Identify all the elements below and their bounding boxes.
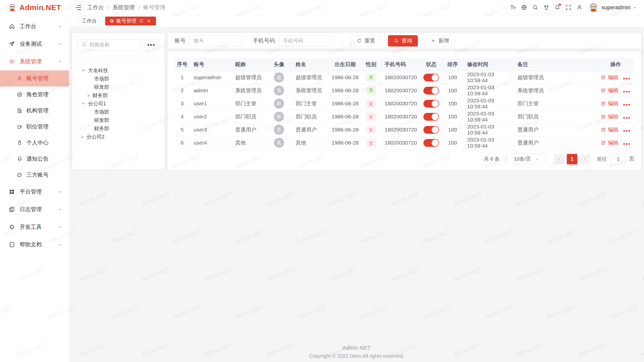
sidebar-item-label: 平台管理 <box>20 188 42 196</box>
row-more-button[interactable]: ●●● <box>623 115 630 120</box>
edit-button[interactable]: 编辑 <box>601 74 618 81</box>
sidebar-item-account-management[interactable]: 账号管理 <box>0 70 69 86</box>
toggle-knob <box>432 126 438 133</box>
tab-close-icon[interactable] <box>147 19 151 23</box>
cell-phone: 18020030720 <box>381 110 420 123</box>
edit-button[interactable]: 编辑 <box>601 126 618 133</box>
sidebar-item-personal-center[interactable]: 个人中心 <box>0 135 69 151</box>
pagination-total: 共 6 条 <box>484 156 500 162</box>
cell-sort: 100 <box>442 84 463 97</box>
edit-button[interactable]: 编辑 <box>601 87 618 94</box>
tree-node[interactable]: 分公司2 <box>72 133 162 141</box>
menu-fold-icon[interactable] <box>75 4 82 11</box>
sidebar-item-help-docs[interactable]: 帮助文档 <box>0 236 69 253</box>
caret-expanded-icon[interactable] <box>82 70 85 72</box>
sidebar-item-business-test[interactable]: 业务测试 <box>0 35 69 53</box>
profile-shortcut-button[interactable] <box>574 4 585 11</box>
tree-node[interactable]: 市场部 <box>72 108 162 116</box>
row-more-button[interactable]: ●●● <box>623 76 630 80</box>
status-toggle[interactable] <box>423 113 439 121</box>
status-toggle[interactable] <box>423 139 439 147</box>
tree-node[interactable]: 财务部 <box>72 124 162 133</box>
sidebar-item-label: 账号管理 <box>26 75 49 82</box>
caret-expanded-icon[interactable] <box>82 103 85 105</box>
add-button[interactable]: 新增 <box>425 35 455 47</box>
cell-birthdate: 1986-06-28 <box>329 110 361 123</box>
tab-refresh-icon[interactable] <box>139 19 144 23</box>
sidebar-item-platform-management[interactable]: 平台管理 <box>0 183 69 201</box>
status-toggle[interactable] <box>423 100 439 108</box>
fullscreen-button[interactable] <box>563 4 574 11</box>
next-page-button[interactable] <box>580 154 590 164</box>
tree-node[interactable]: 大名科技 <box>72 66 162 75</box>
table-header-row: 序号 账号 昵称 头像 姓名 出生日期 性别 手机号码 状态 排序 修改时间 <box>175 58 634 71</box>
edit-button-label: 编辑 <box>608 74 618 81</box>
footer-copyright: Copyright © 2022 Dilon All rights reserv… <box>69 353 644 359</box>
page-size-select[interactable]: 10条/页 <box>506 154 547 164</box>
caret-collapsed-icon[interactable] <box>88 94 90 97</box>
table-row: 2 admin 系统管理员 系 系统管理员 1986-06-28 男 18020… <box>175 84 634 97</box>
sidebar-item-third-party-account[interactable]: 三方账号 <box>0 167 69 183</box>
sidebar-item-workbench[interactable]: 工作台 <box>0 18 69 35</box>
font-size-button[interactable] <box>507 4 518 11</box>
cell-avatar: 超 <box>266 71 292 84</box>
tree-node[interactable]: 分公司1 <box>72 100 162 108</box>
medal-icon <box>17 140 23 146</box>
username[interactable]: superadmin <box>601 4 630 11</box>
search-icon <box>82 42 87 47</box>
chevron-right-icon <box>583 157 587 161</box>
org-more-button[interactable]: ●●● <box>144 39 158 50</box>
tree-node[interactable]: 研发部 <box>72 83 162 91</box>
previous-page-button[interactable] <box>554 154 564 164</box>
tab-account-management[interactable]: 账号管理 <box>105 17 156 25</box>
sidebar-item-role-management[interactable]: 角色管理 <box>0 86 69 103</box>
tree-node[interactable]: 财务部 <box>72 91 162 100</box>
language-button[interactable] <box>518 4 530 11</box>
user-avatar[interactable] <box>588 3 598 13</box>
app-logo[interactable]: Admin.NET <box>0 0 69 15</box>
breadcrumb-item[interactable]: 工作台 <box>87 4 104 11</box>
page-number-current[interactable]: 1 <box>567 154 577 164</box>
row-more-button[interactable]: ●●● <box>623 128 630 133</box>
sidebar-item-position-management[interactable]: 职位管理 <box>0 119 69 135</box>
edit-button[interactable]: 编辑 <box>601 113 618 120</box>
breadcrumb-item[interactable]: 系统管理 <box>112 4 135 11</box>
tab-workbench[interactable]: 工作台 <box>77 17 102 25</box>
edit-button-label: 编辑 <box>608 139 618 146</box>
sidebar-item-org-management[interactable]: 机构管理 <box>0 103 69 119</box>
cell-status <box>420 97 442 110</box>
status-toggle[interactable] <box>423 126 439 134</box>
row-more-button[interactable]: ●●● <box>623 102 630 107</box>
org-search-input[interactable] <box>78 39 141 50</box>
user-menu-chevron-icon[interactable] <box>632 5 637 10</box>
tab-label: 工作台 <box>82 18 97 24</box>
notification-button[interactable] <box>552 4 563 11</box>
status-toggle[interactable] <box>423 74 439 81</box>
phone-filter-input[interactable] <box>279 35 332 47</box>
sidebar-item-dev-tools[interactable]: 开发工具 <box>0 218 69 236</box>
tree-node-label: 财务部 <box>93 92 108 99</box>
reset-button[interactable]: 重置 <box>351 35 381 47</box>
status-toggle[interactable] <box>423 87 439 95</box>
tree-node[interactable]: 研发部 <box>72 116 162 124</box>
query-button[interactable]: 查询 <box>388 35 418 47</box>
accounts-table: 序号 账号 昵称 头像 姓名 出生日期 性别 手机号码 状态 排序 修改时间 <box>175 58 634 150</box>
edit-button[interactable]: 编辑 <box>601 139 618 146</box>
global-search-button[interactable] <box>530 4 541 11</box>
sidebar-item-notice[interactable]: 通知公告 <box>0 151 69 167</box>
goto-page-input[interactable] <box>610 154 626 164</box>
row-more-button[interactable]: ●●● <box>623 142 630 146</box>
cell-index: 4 <box>175 110 190 123</box>
account-filter-input[interactable] <box>189 35 243 47</box>
edit-button[interactable]: 编辑 <box>601 100 618 107</box>
sidebar-item-system-management[interactable]: 系统管理 <box>0 53 69 70</box>
person-icon <box>576 4 583 11</box>
sidebar-item-log-management[interactable]: 日志管理 <box>0 201 69 218</box>
phone-filter-label: 手机号码 <box>253 37 275 44</box>
active-tab-dot-icon <box>110 19 113 23</box>
theme-button[interactable] <box>541 4 552 11</box>
tree-node[interactable]: 市场部 <box>72 75 162 83</box>
row-more-button[interactable]: ●●● <box>623 89 630 94</box>
cell-status <box>420 84 442 97</box>
caret-collapsed-icon[interactable] <box>82 135 84 139</box>
